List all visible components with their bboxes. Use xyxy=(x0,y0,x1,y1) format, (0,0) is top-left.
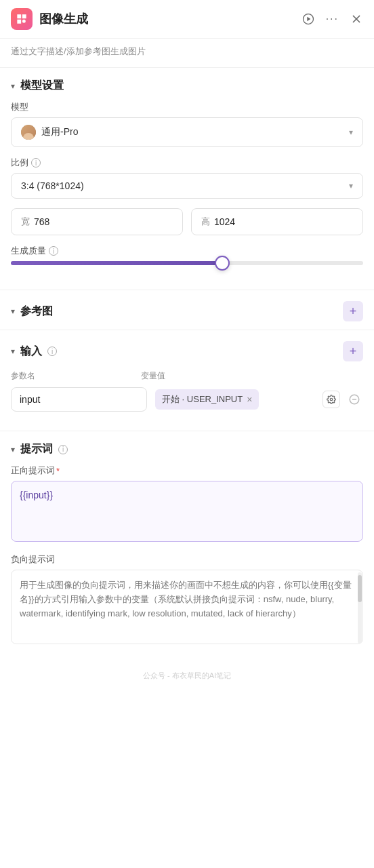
prompt-title: 提示词 xyxy=(20,442,53,456)
quality-label: 生成质量 i xyxy=(11,245,363,257)
app-logo xyxy=(11,8,33,30)
header-actions: ··· xyxy=(302,12,363,26)
input-row-icons xyxy=(323,391,363,408)
chevron-icon[interactable]: ▾ xyxy=(11,81,15,91)
positive-prompt-row: 正向提示词* {{input}} xyxy=(11,465,363,544)
close-button[interactable] xyxy=(350,12,363,26)
header: 图像生成 ··· xyxy=(0,0,374,39)
prompt-section-body: 正向提示词* {{input}} 负向提示词 xyxy=(11,465,363,667)
input-section: ▾ 输入 i + 参数名 变量值 开始 · USER_INPUT × xyxy=(0,330,374,431)
wh-row: 宽 768 高 1024 xyxy=(11,208,363,235)
ratio-chevron-icon: ▾ xyxy=(349,181,353,191)
width-value: 768 xyxy=(34,216,49,227)
prompt-chevron-icon[interactable]: ▾ xyxy=(11,445,15,454)
settings-icon[interactable] xyxy=(323,391,340,408)
model-settings-section: ▾ 模型设置 模型 通用-Pro ▾ 比例 i xyxy=(0,68,374,290)
model-settings-body: 模型 通用-Pro ▾ 比例 i 3:4 (768*1024) ▾ xyxy=(11,101,363,290)
reference-image-section: ▾ 参考图 + xyxy=(0,290,374,330)
negative-prompt-wrapper xyxy=(11,570,363,646)
prompt-title-row: ▾ 提示词 i xyxy=(11,442,68,456)
tag-close-button[interactable]: × xyxy=(247,395,252,404)
scrollbar-thumb[interactable] xyxy=(358,575,362,602)
input-section-header: ▾ 输入 i + xyxy=(11,330,363,370)
prompt-section-header: ▾ 提示词 i xyxy=(11,431,363,465)
input-section-body: 参数名 变量值 开始 · USER_INPUT × xyxy=(11,370,363,431)
add-reference-image-button[interactable]: + xyxy=(343,301,363,321)
scrollbar-track xyxy=(358,572,362,644)
model-select-left: 通用-Pro xyxy=(21,125,78,140)
tag-container: 开始 · USER_INPUT × xyxy=(155,389,314,410)
prompt-section: ▾ 提示词 i 正向提示词* {{input}} 负向提示词 xyxy=(0,431,374,667)
model-settings-header: ▾ 模型设置 xyxy=(11,68,363,101)
width-label: 宽 xyxy=(21,216,30,228)
param-name-input[interactable] xyxy=(11,387,147,412)
user-input-tag: 开始 · USER_INPUT × xyxy=(155,389,259,410)
subtitle: 通过文字描述/添加参考图生成图片 xyxy=(0,39,374,68)
input-title-row: ▾ 输入 i xyxy=(11,344,57,359)
logo-icon xyxy=(15,12,28,26)
ratio-value: 3:4 (768*1024) xyxy=(21,180,84,191)
tag-text: 开始 · USER_INPUT xyxy=(162,393,243,406)
width-field: 宽 768 xyxy=(11,208,183,235)
svg-marker-1 xyxy=(307,17,310,22)
input-column-headers: 参数名 变量值 xyxy=(11,370,363,382)
avatar-image xyxy=(21,125,36,140)
remove-input-button[interactable] xyxy=(346,391,363,408)
ratio-label: 比例 i xyxy=(11,157,363,169)
model-avatar xyxy=(21,125,36,140)
negative-prompt-row: 负向提示词 xyxy=(11,553,363,646)
height-field: 高 1024 xyxy=(191,208,363,235)
input-param-row: 开始 · USER_INPUT × xyxy=(11,387,363,412)
negative-prompt-textarea[interactable] xyxy=(11,570,363,644)
add-input-button[interactable]: + xyxy=(343,341,363,361)
more-options-button[interactable]: ··· xyxy=(326,13,339,25)
model-chevron-icon: ▾ xyxy=(349,127,353,137)
quality-slider[interactable] xyxy=(11,261,363,268)
ratio-select[interactable]: 3:4 (768*1024) ▾ xyxy=(11,173,363,199)
prompt-info-icon[interactable]: i xyxy=(58,445,68,454)
ref-chevron-icon[interactable]: ▾ xyxy=(11,307,15,316)
height-label: 高 xyxy=(201,216,210,228)
reference-image-title: 参考图 xyxy=(20,304,53,319)
param-col-header: 参数名 xyxy=(11,370,133,382)
ratio-field-row: 比例 i 3:4 (768*1024) ▾ xyxy=(11,157,363,199)
required-star: * xyxy=(56,466,60,476)
positive-prompt-textarea[interactable]: {{input}} xyxy=(11,481,363,542)
svg-point-4 xyxy=(330,398,333,401)
input-chevron-icon[interactable]: ▾ xyxy=(11,347,15,356)
quality-info-icon[interactable]: i xyxy=(49,246,58,256)
page-title: 图像生成 xyxy=(39,11,295,27)
model-select[interactable]: 通用-Pro ▾ xyxy=(11,117,363,147)
ratio-info-icon[interactable]: i xyxy=(31,158,41,167)
input-info-icon[interactable]: i xyxy=(47,347,57,356)
play-button[interactable] xyxy=(302,12,315,26)
height-value: 1024 xyxy=(214,216,235,227)
reference-image-header: ▾ 参考图 + xyxy=(11,290,363,330)
positive-prompt-label: 正向提示词* xyxy=(11,465,363,477)
slider-fill xyxy=(11,261,222,265)
negative-prompt-label: 负向提示词 xyxy=(11,553,363,566)
value-col-header: 变量值 xyxy=(141,370,363,382)
model-label: 模型 xyxy=(11,101,363,113)
input-title: 输入 xyxy=(20,344,42,359)
model-settings-title: 模型设置 xyxy=(20,79,64,93)
watermark: 公众号 - 布衣草民的AI笔记 xyxy=(0,667,374,688)
model-value: 通用-Pro xyxy=(41,126,78,138)
slider-track xyxy=(11,261,363,265)
model-field-row: 模型 通用-Pro ▾ xyxy=(11,101,363,147)
slider-thumb[interactable] xyxy=(215,256,230,271)
model-settings-title-row: ▾ 模型设置 xyxy=(11,79,64,93)
reference-image-title-row: ▾ 参考图 xyxy=(11,304,53,319)
